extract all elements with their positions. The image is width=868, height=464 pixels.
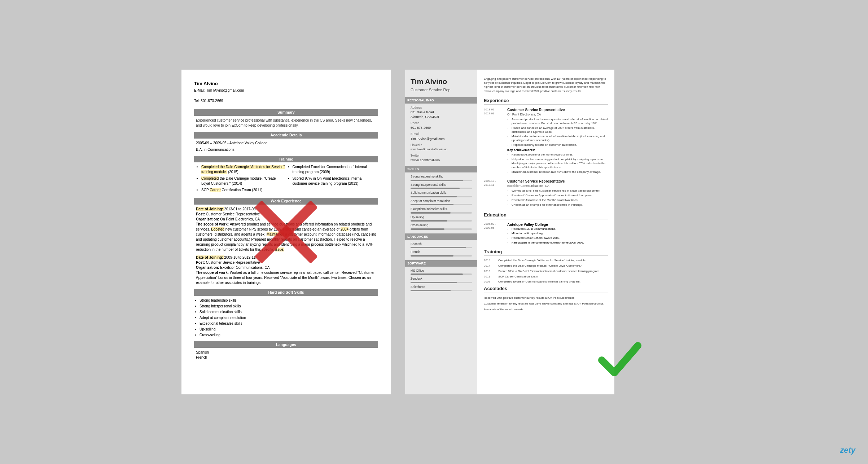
sidebar-languages-list: Spanish French	[411, 242, 472, 257]
sidebar-phone: 501-873-2669	[411, 126, 472, 130]
sidebar-address-label: Address	[411, 106, 472, 110]
skill-item: Up-selling	[411, 215, 472, 222]
good-resume: Tim Alvino Customer Service Rep Personal…	[405, 70, 614, 394]
exp-date-2: 2009-10 - 2012-11	[484, 179, 504, 207]
bad-training-item: Completed the Dale Carnegie module, "Cre…	[201, 176, 285, 186]
good-training-header: Training	[484, 249, 608, 256]
bad-work-entry-2: Date of Joining: 2009-10 to 2012-11 Post…	[196, 255, 376, 285]
good-training-list: 2015 Completed the Dale Carnegie "Attitu…	[484, 259, 608, 284]
sidebar-email-label: E-mail	[411, 132, 472, 136]
bad-training-item: Completed Excelsior Communications' inte…	[293, 165, 377, 175]
skill-item: Strong leadership skills.	[411, 175, 472, 181]
bad-skill-item: Strong interpersonal skills	[200, 304, 378, 309]
good-education-header: Education	[484, 212, 608, 219]
training-item: 2013 Scored 97% in On Point Electronics'…	[484, 270, 608, 273]
bad-resume: Tim Alvino E-Mail: TimTAlvino@gmail.com …	[181, 70, 391, 394]
good-sidebar: Tim Alvino Customer Service Rep Personal…	[405, 70, 477, 394]
sidebar-twitter: twitter.com/timalvino	[411, 158, 472, 162]
good-accolades-list: Received 99% positive customer survey re…	[484, 296, 608, 312]
skill-item: Strong interpersonal skills.	[411, 183, 472, 189]
good-resume-title: Customer Service Rep	[411, 87, 472, 93]
good-accolades-header: Accolades	[484, 285, 608, 293]
sidebar-phone-label: Phone	[411, 121, 472, 125]
bad-work-header: Work Experience	[194, 198, 378, 205]
bad-training-header: Training	[194, 156, 378, 163]
software-item: MS Office	[411, 269, 472, 275]
bad-academic-entry: 2005-09 – 2009-05 - Antelope Valley Coll…	[196, 141, 376, 146]
accolade-item: Received 99% positive customer survey re…	[484, 296, 608, 300]
bad-skills-header: Hard and Soft Skills	[194, 289, 378, 296]
bad-training-right: Completed Excelsior Communications' inte…	[287, 165, 377, 194]
bad-training-item: Scored 97% in On Point Electronics inter…	[293, 176, 377, 186]
experience-entry-1: 2013-01 - 2017-03 Customer Service Repre…	[484, 108, 608, 175]
page-container: Tim Alvino E-Mail: TimTAlvino@gmail.com …	[181, 70, 687, 394]
bad-skill-item: Cross-selling	[200, 333, 378, 338]
software-item: Zendesk	[411, 277, 472, 283]
training-item: 2009 Completed Excelsior Communications'…	[484, 280, 608, 284]
bad-resume-email: E-Mail: TimTAlvino@gmail.com	[194, 88, 378, 93]
bad-language-item: French	[196, 355, 376, 360]
bad-training-left: Completed the Dale Carnegie "Attitudes f…	[196, 165, 285, 194]
good-main: Engaging and patient customer service pr…	[477, 70, 614, 394]
bad-skill-item: Up-selling	[200, 327, 378, 332]
sidebar-linkedin-label: LinkedIn	[411, 143, 472, 147]
bad-languages-header: Languages	[194, 341, 378, 348]
bad-work-content: Date of Joining: 2013-01 to 2017-03 Post…	[194, 207, 378, 285]
exp-date-1: 2013-01 - 2017-03	[484, 108, 504, 175]
bad-skill-item: Exceptional telesales skills	[200, 321, 378, 326]
good-summary: Engaging and patient customer service pr…	[484, 77, 608, 93]
bad-skill-item: Strong leadership skills	[200, 298, 378, 303]
bad-academic-degree: B.A. in Communications	[196, 147, 376, 152]
exp-content-2: Customer Service Representative Excelsio…	[507, 179, 608, 207]
bad-training-grid: Completed the Dale Carnegie "Attitudes f…	[194, 165, 378, 194]
edu-date-1: 2005-09 - 2009-05	[484, 222, 504, 246]
accolade-item: Customer retention for my regulars was 3…	[484, 302, 608, 306]
sidebar-twitter-label: Twitter	[411, 154, 472, 158]
bad-summary-text: Experienced customer service professiona…	[194, 118, 378, 128]
training-item: 2014 Completed the Dale Carnegie module,…	[484, 264, 608, 268]
bad-resume-name: Tim Alvino	[194, 80, 378, 87]
sidebar-skills-list: Strong leadership skills. Strong interpe…	[411, 175, 472, 229]
sidebar-linkedin: www.linkedin.com/in/tim-alvino	[411, 148, 472, 151]
edu-content-1: Antelope Valley College Received B.A. in…	[507, 222, 584, 246]
skill-item: Solid communication skills.	[411, 191, 472, 197]
bad-resume-phone: Tel: 501-873-2669	[194, 99, 378, 104]
training-item: 2015 Completed the Dale Carnegie "Attitu…	[484, 259, 608, 263]
skill-item: Adept at complaint resolution.	[411, 199, 472, 205]
software-item: Salesforce	[411, 285, 472, 291]
sidebar-software-header: Software	[405, 260, 477, 267]
bad-language-item: Spanish	[196, 350, 376, 355]
language-item-french: French	[411, 250, 472, 256]
exp-content-1: Customer Service Representative On Point…	[507, 108, 608, 175]
skill-item: Exceptional telesales skills.	[411, 207, 472, 213]
zety-logo: zety	[840, 446, 855, 455]
sidebar-software-list: MS Office Zendesk Salesforce	[411, 269, 472, 291]
bad-skills-list: Strong leadership skills Strong interper…	[194, 298, 378, 338]
accolade-item: Associate of the month awards.	[484, 307, 608, 311]
language-item-spanish: Spanish	[411, 242, 472, 248]
good-resume-name: Tim Alvino	[411, 77, 472, 87]
sidebar-skills-header: Skills	[405, 166, 477, 172]
bad-skill-item: Adept at complaint resolution	[200, 315, 378, 320]
bad-work-entry-1: Date of Joining: 2013-01 to 2017-03 Post…	[196, 207, 376, 252]
bad-skill-item: Solid communication skills	[200, 310, 378, 315]
sidebar-address: 831 Rasle Road Alameda, CA 94501	[411, 110, 472, 119]
good-experience-header: Experience	[484, 97, 608, 105]
bad-summary-header: Summary	[194, 109, 378, 116]
bad-training-item: Completed the Dale Carnegie "Attitudes f…	[201, 165, 285, 175]
skill-item: Cross-selling	[411, 223, 472, 229]
bad-academic-header: Academic Details	[194, 132, 378, 139]
sidebar-email: TimTAlvino@gmail.com	[411, 137, 472, 141]
bad-languages-list: Spanish French	[194, 350, 378, 360]
sidebar-personal-header: Personal Info	[405, 97, 477, 104]
sidebar-languages-header: Languages	[405, 233, 477, 240]
experience-entry-2: 2009-10 - 2012-11 Customer Service Repre…	[484, 179, 608, 207]
training-item: 2011 SCP Career Certification Exam	[484, 275, 608, 279]
bad-training-item: SCP Career Certification Exam (2011)	[201, 188, 285, 193]
education-entry-1: 2005-09 - 2009-05 Antelope Valley Colleg…	[484, 222, 608, 246]
